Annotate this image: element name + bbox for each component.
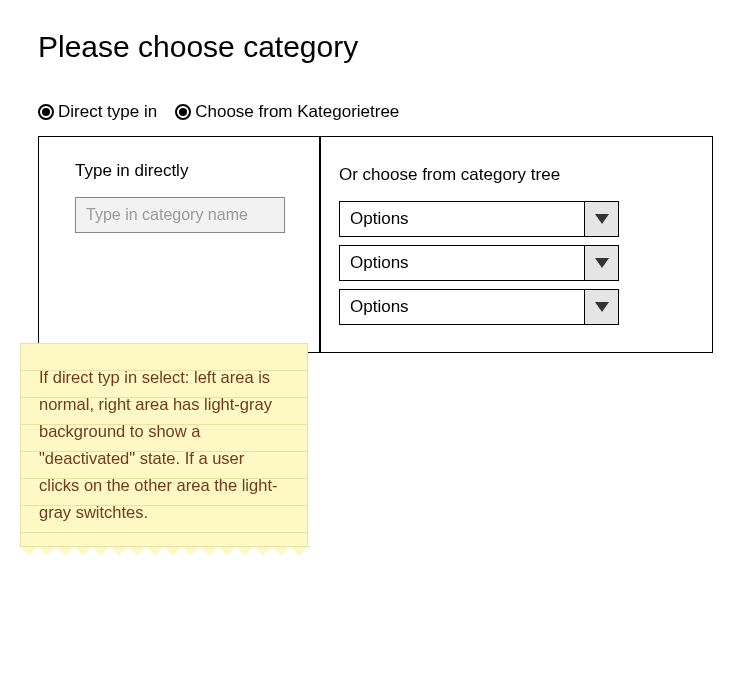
dropdown-button[interactable] [584,246,618,280]
chevron-down-icon [595,214,609,224]
panel-direct-type: Type in directly [39,137,319,352]
radio-choose-from-tree[interactable]: Choose from Kategorietree [175,102,399,122]
annotation-text: If direct typ in select: left area is no… [39,368,277,521]
category-select-3[interactable]: Options [339,289,619,325]
category-name-input[interactable] [75,197,285,233]
chevron-down-icon [595,258,609,268]
radio-icon [38,104,54,120]
mode-radio-group: Direct type in Choose from Kategorietree [38,102,713,122]
radio-label: Direct type in [58,102,157,122]
panel-category-tree: Or choose from category tree Options Opt… [319,137,712,352]
annotation-note: If direct typ in select: left area is no… [20,343,308,548]
radio-label: Choose from Kategorietree [195,102,399,122]
category-select-1[interactable]: Options [339,201,619,237]
radio-direct-type-in[interactable]: Direct type in [38,102,157,122]
page-title: Please choose category [38,30,713,64]
panel-tree-heading: Or choose from category tree [339,165,694,185]
select-value: Options [340,246,584,280]
category-panels: Type in directly Or choose from category… [38,136,713,353]
dropdown-button[interactable] [584,290,618,324]
dropdown-button[interactable] [584,202,618,236]
select-value: Options [340,202,584,236]
select-value: Options [340,290,584,324]
chevron-down-icon [595,302,609,312]
category-select-2[interactable]: Options [339,245,619,281]
radio-icon [175,104,191,120]
note-torn-edge [20,547,310,561]
panel-direct-heading: Type in directly [75,161,293,181]
